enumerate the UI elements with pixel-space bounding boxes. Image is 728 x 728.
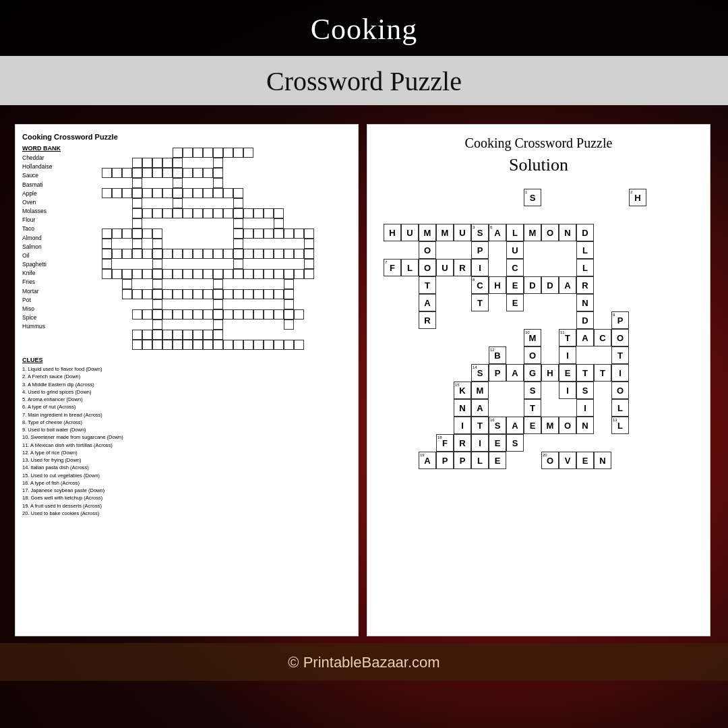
grid-cell bbox=[284, 279, 294, 289]
clue-item: 10. Sweetener made from sugarcane (Down) bbox=[22, 433, 351, 441]
word-bank-item: Sauce bbox=[22, 171, 86, 180]
puzzle-sheet: Cooking Crossword Puzzle WORD BANK Chedd… bbox=[15, 124, 359, 636]
grid-cell bbox=[112, 269, 122, 279]
solution-cell: C bbox=[506, 259, 524, 276]
grid-cell bbox=[162, 340, 173, 350]
solution-cell: E bbox=[506, 294, 524, 311]
grid-cell bbox=[102, 269, 112, 279]
grid-cell bbox=[152, 289, 162, 299]
solution-cell: N bbox=[576, 294, 594, 311]
page-title: Cooking bbox=[0, 12, 728, 47]
grid-cell bbox=[193, 330, 203, 340]
grid-cell bbox=[173, 148, 183, 158]
clue-item: 19. A fruit used in desserts (Across) bbox=[22, 502, 351, 510]
solution-cell: O bbox=[419, 241, 436, 259]
solution-cell: O bbox=[611, 382, 629, 399]
solution-cell: L bbox=[506, 224, 524, 241]
grid-cell bbox=[132, 218, 142, 229]
grid-cell bbox=[203, 340, 213, 350]
solution-cell: A bbox=[506, 417, 524, 434]
grid-cell bbox=[223, 269, 233, 279]
solution-cell: 1S bbox=[524, 189, 541, 206]
solution-cell: M bbox=[419, 224, 436, 241]
grid-cell bbox=[253, 289, 264, 299]
word-bank-item: Pot bbox=[22, 296, 86, 305]
grid-cell bbox=[274, 218, 284, 229]
grid-cell bbox=[152, 239, 162, 249]
grid-cell bbox=[233, 249, 243, 259]
clue-item: 16. A type of fish (Across) bbox=[22, 479, 351, 487]
grid-cell bbox=[193, 309, 203, 320]
solution-cell: E bbox=[489, 452, 506, 469]
grid-cell bbox=[284, 269, 294, 279]
word-bank-item: Cheddar bbox=[22, 154, 86, 162]
grid-cell bbox=[152, 299, 162, 309]
grid-cell bbox=[122, 249, 132, 259]
solution-cell: T bbox=[576, 364, 594, 382]
clue-item: 12. A type of rice (Down) bbox=[22, 449, 351, 456]
solution-cell: 7F bbox=[384, 259, 401, 276]
grid-cell bbox=[132, 168, 142, 178]
grid-cell bbox=[284, 320, 294, 330]
word-bank-item: Salmon bbox=[22, 243, 86, 251]
copyright-text: © PrintableBazaar.com bbox=[0, 654, 728, 671]
grid-cell bbox=[213, 299, 223, 309]
solution-cell: I bbox=[576, 399, 594, 417]
solution-cell: 6A bbox=[489, 224, 506, 241]
grid-cell bbox=[193, 340, 203, 350]
word-bank-item: Mortar bbox=[22, 287, 86, 296]
solution-cell: M bbox=[541, 417, 559, 434]
grid-cell bbox=[173, 208, 183, 218]
grid-cell bbox=[152, 340, 162, 350]
grid-cell bbox=[193, 168, 203, 178]
grid-cell bbox=[132, 269, 142, 279]
grid-cell bbox=[213, 330, 223, 340]
grid-cell bbox=[274, 208, 284, 218]
grid-cell bbox=[223, 249, 233, 259]
word-bank-item: Oil bbox=[22, 251, 86, 260]
grid-cell bbox=[173, 158, 183, 168]
clue-item: 1. Liquid used to flavor food (Down) bbox=[22, 365, 351, 373]
grid-cell bbox=[203, 188, 213, 198]
solution-cell: M bbox=[471, 382, 489, 399]
grid-cell bbox=[233, 148, 243, 158]
grid-cell bbox=[243, 249, 253, 259]
grid-cell bbox=[162, 168, 173, 178]
word-bank-item: Fries bbox=[22, 278, 86, 286]
clue-item: 20. Used to bake cookies (Across) bbox=[22, 510, 351, 517]
solution-cell: 11T bbox=[559, 329, 576, 346]
grid-cell bbox=[162, 289, 173, 299]
grid-cell bbox=[223, 208, 233, 218]
grid-cell bbox=[274, 229, 284, 239]
grid-cell bbox=[203, 208, 213, 218]
solution-cell: G bbox=[524, 364, 541, 382]
grid-cell bbox=[304, 269, 314, 279]
solution-cell: H bbox=[489, 276, 506, 294]
grid-cell bbox=[243, 269, 253, 279]
solution-cell: 15K bbox=[454, 382, 471, 399]
grid-cell bbox=[203, 148, 213, 158]
grid-cell bbox=[253, 269, 264, 279]
solution-cell: 19A bbox=[419, 452, 436, 469]
solution-cell: E bbox=[559, 364, 576, 382]
grid-cell bbox=[102, 259, 112, 269]
grid-cell bbox=[152, 158, 162, 168]
word-bank-label: WORD BANK bbox=[22, 145, 86, 152]
solution-cell: M bbox=[436, 224, 454, 241]
grid-cell bbox=[274, 340, 284, 350]
grid-cell bbox=[162, 158, 173, 168]
grid-cell bbox=[122, 279, 132, 289]
grid-cell bbox=[152, 330, 162, 340]
grid-cell bbox=[162, 330, 173, 340]
solution-cell: S bbox=[506, 434, 524, 452]
grid-cell bbox=[213, 279, 223, 289]
grid-cell bbox=[253, 229, 264, 239]
grid-cell bbox=[233, 239, 243, 249]
grid-cell bbox=[274, 249, 284, 259]
puzzle-layout: WORD BANK CheddarHollandaiseSauceBasmati… bbox=[22, 145, 351, 353]
crossword-grid-area bbox=[92, 145, 351, 353]
bottom-banner: © PrintableBazaar.com bbox=[0, 643, 728, 681]
clues-label: CLUES bbox=[22, 357, 351, 363]
word-bank-item: Molasses bbox=[22, 207, 86, 216]
grid-cell bbox=[122, 269, 132, 279]
